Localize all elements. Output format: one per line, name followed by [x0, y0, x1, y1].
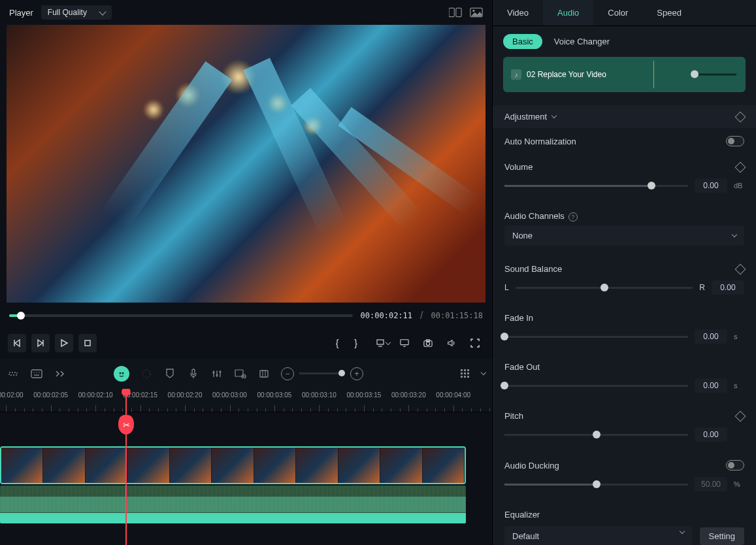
- svg-rect-7: [377, 340, 384, 344]
- svg-point-3: [472, 10, 474, 12]
- clip-name: 02 Replace Your Video: [527, 70, 606, 79]
- balance-slider[interactable]: [516, 287, 693, 289]
- compare-view-icon[interactable]: [449, 7, 462, 18]
- reset-pitch-icon[interactable]: [735, 410, 746, 421]
- fade-in-slider[interactable]: [504, 336, 688, 338]
- adjustment-section-header[interactable]: Adjustment: [493, 105, 756, 128]
- svg-rect-15: [31, 370, 42, 378]
- svg-rect-35: [260, 371, 268, 377]
- selected-clip-card[interactable]: ♪ 02 Replace Your Video: [503, 57, 746, 92]
- ducking-toggle[interactable]: [726, 460, 744, 471]
- fade-out-slider[interactable]: [504, 385, 688, 387]
- audio-channels-select[interactable]: None: [504, 225, 744, 246]
- help-icon[interactable]: ?: [568, 212, 578, 222]
- quality-value: Full Quality: [48, 8, 87, 17]
- playhead[interactable]: ✂: [125, 389, 127, 545]
- mic-icon[interactable]: [187, 367, 200, 380]
- chevron-down-icon: [551, 113, 557, 118]
- total-timecode: 00:01:15:18: [431, 311, 483, 320]
- mark-in-button[interactable]: {: [336, 338, 339, 348]
- fade-in-value[interactable]: 0.00: [695, 329, 727, 344]
- zoom-in-button[interactable]: +: [350, 367, 363, 380]
- svg-rect-1: [456, 8, 461, 16]
- svg-point-12: [426, 342, 429, 345]
- quality-dropdown[interactable]: Full Quality: [41, 5, 112, 20]
- progress-slider[interactable]: [9, 314, 353, 317]
- fade-out-label: Fade Out: [504, 362, 744, 372]
- volume-button[interactable]: [442, 334, 461, 352]
- svg-point-22: [142, 370, 150, 378]
- marker-icon[interactable]: [163, 367, 176, 380]
- svg-rect-14: [9, 372, 17, 375]
- sound-balance-label: Sound Balance: [504, 264, 736, 274]
- ruler-tick-label: 00:00:02:05: [33, 391, 68, 399]
- zoom-slider[interactable]: [299, 372, 345, 374]
- tab-audio[interactable]: Audio: [543, 0, 593, 25]
- fade-in-unit: s: [734, 333, 744, 340]
- equalizer-select[interactable]: Default: [504, 526, 692, 545]
- tab-color[interactable]: Color: [593, 0, 642, 25]
- ruler-tick-label: 00:00:03:05: [257, 391, 292, 399]
- display-icon[interactable]: [395, 334, 414, 352]
- ruler-tick-label: 00:00:02:10: [78, 391, 113, 399]
- svg-point-28: [213, 371, 215, 373]
- view-options-dropdown[interactable]: [376, 334, 390, 352]
- svg-rect-9: [401, 340, 408, 345]
- equalizer-setting-button[interactable]: Setting: [700, 527, 744, 545]
- next-frame-button[interactable]: [31, 334, 50, 352]
- reset-adjustment-icon[interactable]: [735, 111, 746, 122]
- pitch-slider[interactable]: [504, 434, 688, 436]
- balance-value[interactable]: 0.00: [712, 280, 744, 295]
- tab-video[interactable]: Video: [493, 0, 543, 25]
- ducking-value[interactable]: 50.00: [695, 477, 727, 491]
- chevron-down-icon: [679, 529, 684, 534]
- auto-normalization-toggle[interactable]: [726, 136, 744, 146]
- audio-track[interactable]: [0, 486, 466, 523]
- picture-icon[interactable]: [470, 7, 483, 18]
- ruler-tick-label: 00:00:03:10: [302, 391, 337, 399]
- crop-icon[interactable]: [257, 367, 271, 380]
- volume-value[interactable]: 0.00: [695, 178, 727, 193]
- ai-tool-icon[interactable]: [114, 366, 129, 382]
- stop-button[interactable]: [78, 334, 97, 352]
- current-timecode[interactable]: 00:00:02:11: [361, 311, 412, 320]
- svg-rect-23: [192, 369, 195, 374]
- timeline-options-icon[interactable]: [458, 367, 471, 380]
- mark-out-button[interactable]: }: [354, 338, 357, 348]
- svg-rect-6: [85, 340, 90, 346]
- edit-tool-icon[interactable]: [7, 367, 20, 380]
- svg-rect-0: [449, 8, 454, 16]
- ducking-slider[interactable]: [504, 484, 688, 486]
- add-media-icon[interactable]: [234, 367, 247, 380]
- subtab-basic[interactable]: Basic: [503, 34, 542, 49]
- reset-balance-icon[interactable]: [735, 263, 746, 274]
- snapshot-button[interactable]: [419, 334, 437, 352]
- timeline-options-chevron-icon[interactable]: [481, 370, 486, 375]
- preview-viewport[interactable]: [7, 25, 485, 303]
- balance-right-label: R: [699, 283, 705, 292]
- clip-mini-slider[interactable]: [691, 74, 736, 76]
- fullscreen-button[interactable]: [466, 334, 484, 352]
- fade-out-unit: s: [734, 382, 744, 389]
- effects-icon[interactable]: [140, 367, 153, 380]
- zoom-out-button[interactable]: −: [281, 367, 294, 380]
- ruler-tick-label: 00:00:02:20: [168, 391, 203, 399]
- audio-channels-label: Audio Channels?: [504, 211, 744, 222]
- svg-point-30: [220, 371, 222, 372]
- prev-frame-button[interactable]: [8, 334, 26, 352]
- svg-point-21: [122, 372, 124, 374]
- play-button[interactable]: [55, 334, 73, 352]
- video-track[interactable]: [0, 446, 466, 484]
- tab-speed[interactable]: Speed: [642, 0, 696, 25]
- timeline-ruler[interactable]: 00:00:02:0000:00:02:0500:00:02:1000:00:0…: [0, 389, 492, 412]
- fade-out-value[interactable]: 0.00: [695, 378, 727, 393]
- expand-tools-icon[interactable]: [54, 367, 67, 380]
- pitch-value[interactable]: 0.00: [695, 427, 727, 442]
- subtab-voice-changer[interactable]: Voice Changer: [554, 37, 610, 46]
- split-button[interactable]: ✂: [118, 415, 134, 435]
- volume-label: Volume: [504, 162, 736, 172]
- volume-slider[interactable]: [504, 185, 688, 187]
- audio-mixer-icon[interactable]: [210, 367, 223, 380]
- reset-volume-icon[interactable]: [735, 161, 746, 173]
- keyboard-icon[interactable]: [30, 367, 43, 380]
